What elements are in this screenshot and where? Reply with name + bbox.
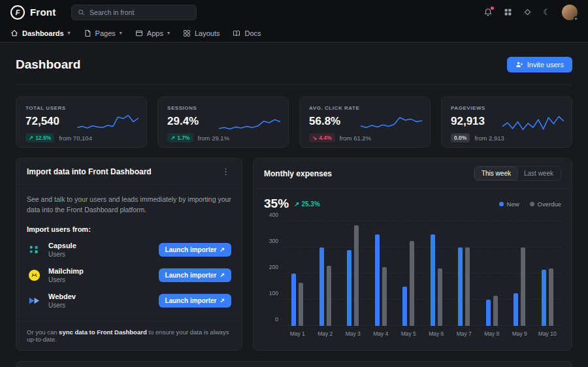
global-search[interactable] xyxy=(71,5,197,20)
components-diamond-icon[interactable] xyxy=(523,8,532,16)
nav-item-docs[interactable]: Docs xyxy=(233,29,261,37)
import-source-type: Users xyxy=(48,251,76,258)
notification-dot xyxy=(491,7,494,10)
capsule-logo-icon xyxy=(27,242,41,257)
nav-item-layouts[interactable]: Layouts xyxy=(183,29,220,37)
bar-group xyxy=(284,221,312,326)
bar-new xyxy=(486,300,491,326)
x-axis-label: May 7 xyxy=(450,330,478,337)
bar-new xyxy=(347,250,351,326)
sync-data-link[interactable]: sync data to Front Dashboard xyxy=(59,328,147,336)
chevron-down-icon: ▾ xyxy=(120,30,122,36)
bar-overdue xyxy=(465,247,470,326)
nav-label: Layouts xyxy=(195,29,220,37)
toggle-last-week[interactable]: Last week xyxy=(517,167,560,180)
bar-group xyxy=(450,221,478,326)
chevron-down-icon: ▾ xyxy=(68,30,71,36)
legend-dot-overdue xyxy=(530,202,534,206)
x-axis-label: May 8 xyxy=(478,330,506,337)
nav-item-pages[interactable]: Pages ▾ xyxy=(84,29,122,37)
mailchimp-logo-icon xyxy=(27,268,41,282)
bar-new xyxy=(514,293,518,326)
webdev-logo-icon xyxy=(27,293,41,308)
kebab-menu-icon[interactable]: ⋮ xyxy=(220,167,231,176)
layout-grid-icon xyxy=(183,29,191,37)
delta-badge: ↗1.7% xyxy=(167,133,193,142)
apps-grid-icon[interactable] xyxy=(504,8,512,16)
dark-mode-moon-icon[interactable]: ☾ xyxy=(543,8,551,16)
x-axis-label: May 2 xyxy=(312,330,340,337)
book-icon xyxy=(233,29,240,37)
y-axis-label: 200 xyxy=(269,264,278,270)
online-status-dot xyxy=(574,16,578,21)
bar-group xyxy=(423,221,451,326)
stat-label: AVG. CLICK RATE xyxy=(309,105,421,111)
notifications-bell-icon[interactable] xyxy=(483,8,493,17)
brand-name: Front xyxy=(30,7,56,18)
page-header: Dashboard Invite users xyxy=(16,42,572,85)
legend-item-new[interactable]: New xyxy=(499,200,519,208)
nav-item-apps[interactable]: Apps ▾ xyxy=(135,29,170,37)
trend-up-icon: ↗ xyxy=(171,135,175,141)
bar-overdue xyxy=(299,283,303,326)
launch-importer-button[interactable]: Launch importer ↗ xyxy=(159,294,231,308)
user-avatar[interactable] xyxy=(562,5,578,20)
import-data-card: Import data into Front Dashboard ⋮ See a… xyxy=(16,158,242,351)
external-link-icon: ↗ xyxy=(220,246,225,253)
bar-new xyxy=(431,234,435,326)
nav-label: Dashboards xyxy=(22,29,64,37)
bar-overdue xyxy=(493,296,498,326)
bar-overdue xyxy=(438,268,442,326)
import-source-name: Webdev xyxy=(48,293,76,300)
browser-icon xyxy=(135,29,143,37)
y-axis-label: 300 xyxy=(269,238,278,244)
legend-item-overdue[interactable]: Overdue xyxy=(530,200,561,208)
nav-label: Pages xyxy=(95,29,116,37)
launch-importer-button[interactable]: Launch importer ↗ xyxy=(159,243,231,257)
bar-new xyxy=(542,270,546,326)
import-row-mailchimp: Mailchimp Users Launch importer ↗ xyxy=(27,267,231,283)
stat-card-total-users: TOTAL USERS 72,540 ↗12.5% from 70,104 xyxy=(16,97,147,148)
person-plus-icon xyxy=(515,61,523,69)
chevron-down-icon: ▾ xyxy=(167,30,170,36)
invite-users-button[interactable]: Invite users xyxy=(507,57,572,72)
brand-home-link[interactable]: F Front xyxy=(10,5,56,20)
search-input[interactable] xyxy=(90,8,190,16)
bar-new xyxy=(291,274,296,326)
import-footer-note: Or you can sync data to Front Dashboard … xyxy=(16,321,242,350)
bar-new xyxy=(319,247,324,326)
y-axis-label: 0 xyxy=(275,316,278,323)
trend-up-icon: ↗ xyxy=(29,135,33,141)
bar-new xyxy=(458,247,463,326)
top-navbar: F Front ☾ xyxy=(0,0,588,24)
sparkline-chart xyxy=(77,112,139,138)
import-source-type: Users xyxy=(48,302,76,309)
sparkline-chart xyxy=(219,112,280,138)
stat-label: PAGEVIEWS xyxy=(451,105,563,111)
nav-item-dashboards[interactable]: Dashboards ▾ xyxy=(10,29,71,37)
main-nav: Dashboards ▾ Pages ▾ Apps ▾ Layouts Docs xyxy=(0,24,588,42)
stat-compare: from 2,913 xyxy=(474,135,504,142)
expenses-delta: ↗ 25.3% xyxy=(294,200,320,208)
bar-group xyxy=(339,221,367,326)
card-title: Monthly expenses xyxy=(264,169,332,178)
nav-label: Docs xyxy=(244,29,261,37)
bar-group xyxy=(534,221,562,326)
house-icon xyxy=(10,29,18,37)
navbar-actions: ☾ xyxy=(483,5,578,20)
import-row-webdev: Webdev Users Launch importer ↗ xyxy=(27,293,231,309)
x-axis-label: May 4 xyxy=(367,330,395,337)
card-title: Import data into Front Dashboard xyxy=(27,167,152,176)
sparkline-chart xyxy=(361,112,422,138)
y-axis-label: 400 xyxy=(269,212,278,218)
x-axis-label: May 3 xyxy=(339,330,367,337)
stat-label: SESSIONS xyxy=(167,105,279,111)
stat-card-avg-click-rate: AVG. CLICK RATE 56.8% ↘4.4% from 61.2% xyxy=(299,97,431,148)
x-axis-label: May 1 xyxy=(284,330,312,337)
monthly-expenses-card: Monthly expenses This week Last week 35%… xyxy=(253,158,572,351)
import-source-name: Mailchimp xyxy=(48,267,84,275)
launch-importer-button[interactable]: Launch importer ↗ xyxy=(159,268,231,282)
toggle-this-week[interactable]: This week xyxy=(475,167,517,180)
x-axis-label: May 5 xyxy=(395,330,423,337)
sparkline-chart xyxy=(502,112,564,138)
